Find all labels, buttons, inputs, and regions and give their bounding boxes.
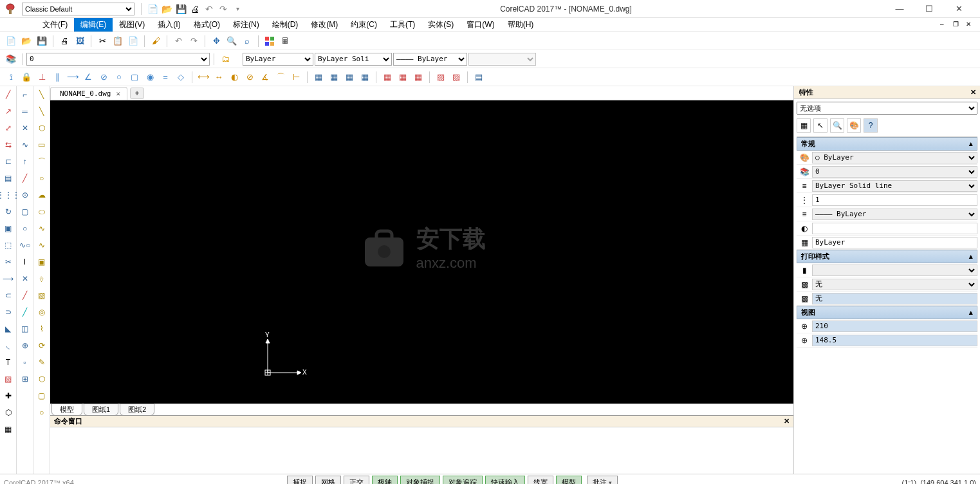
xline-icon[interactable]: ⤢: [1, 121, 15, 135]
menu-item-0[interactable]: 文件(F): [36, 18, 74, 32]
pline-icon[interactable]: ⌐: [18, 88, 32, 102]
offset-icon[interactable]: ⊏: [1, 154, 15, 169]
status-toggle-2[interactable]: 正交: [344, 476, 369, 484]
copy-icon[interactable]: 📋: [111, 34, 125, 48]
osnap-tangent-icon[interactable]: ⊘: [97, 70, 111, 84]
dashed-poly-icon[interactable]: ⬡: [35, 372, 49, 386]
osnap-horiz-icon[interactable]: ⟶: [66, 70, 80, 84]
rotate-icon[interactable]: ↻: [1, 205, 15, 219]
fillet-icon[interactable]: ◟: [1, 339, 15, 353]
join-icon[interactable]: ⊃: [1, 305, 15, 319]
props-value[interactable]: [812, 223, 977, 234]
cyan-diag-icon[interactable]: ╱: [18, 305, 32, 319]
zoom-in-icon[interactable]: 🔍: [225, 34, 239, 48]
sheet-tab-0[interactable]: 模型: [51, 404, 82, 416]
props-value[interactable]: ○ ByLayer: [812, 152, 977, 163]
print-icon[interactable]: 🖨: [189, 3, 201, 15]
props-value[interactable]: 0: [812, 166, 977, 178]
open-icon[interactable]: 📂: [161, 3, 172, 15]
new-icon[interactable]: 📄: [147, 3, 158, 15]
dc-del2-icon[interactable]: ▨: [449, 70, 463, 84]
sketch-ray-icon[interactable]: ╲: [35, 104, 49, 118]
ellipse-icon[interactable]: ⬭: [35, 205, 49, 219]
menu-item-4[interactable]: 格式(O): [187, 18, 227, 32]
mdi-restore[interactable]: ❐: [953, 21, 963, 30]
menu-item-6[interactable]: 绘制(D): [266, 18, 305, 32]
undo-icon[interactable]: ↶: [203, 3, 215, 15]
osnap-parallel-icon[interactable]: ∥: [50, 70, 64, 84]
mdi-close[interactable]: ✕: [966, 21, 976, 30]
print-file-icon[interactable]: 🖨: [57, 34, 71, 48]
point-icon[interactable]: ✚: [1, 389, 15, 403]
text-icon[interactable]: T: [1, 355, 15, 369]
dc-del1-icon[interactable]: ▨: [434, 70, 448, 84]
dc-hide3-icon[interactable]: ▦: [342, 70, 356, 84]
osnap-fix-icon[interactable]: ◇: [174, 70, 188, 84]
hatch-icon[interactable]: ▧: [1, 372, 15, 386]
paste-icon[interactable]: 📄: [126, 34, 140, 48]
slash-icon[interactable]: ╱: [18, 171, 32, 185]
document-tab[interactable]: NONAME_0.dwg ✕: [50, 87, 127, 100]
status-toggle-4[interactable]: 对象捕捉: [400, 476, 440, 484]
props-value[interactable]: ByLayer Solid line: [812, 180, 977, 192]
array-pts-icon[interactable]: ⋮⋮⋮: [1, 188, 15, 202]
array-rect-icon[interactable]: ▤: [1, 171, 15, 185]
menu-item-3[interactable]: 插入(I): [151, 18, 187, 32]
pencil-icon[interactable]: ✎: [35, 355, 49, 369]
prop-toggle-pim-icon[interactable]: ▦: [797, 118, 811, 133]
tab-close-icon[interactable]: ✕: [116, 89, 120, 98]
props-section-header[interactable]: 打印样式▴: [797, 250, 977, 263]
menu-item-8[interactable]: 约束(C): [344, 18, 384, 32]
osnap-perp-icon[interactable]: ⊥: [35, 70, 49, 84]
spline-icon[interactable]: ∿: [18, 138, 32, 152]
color-combo[interactable]: ByLayer: [243, 53, 313, 66]
status-toggle-1[interactable]: 网格: [315, 476, 341, 484]
linetype-combo[interactable]: ByLayer Soli: [315, 53, 392, 66]
workspace-select[interactable]: Classic Default: [22, 3, 134, 15]
dim-linear-icon[interactable]: ⟷: [196, 70, 210, 84]
table-icon[interactable]: ▦: [1, 422, 15, 436]
donut-icon[interactable]: ◎: [35, 305, 49, 319]
selection-filter-combo[interactable]: 无选项: [797, 102, 977, 115]
circle-tool-icon[interactable]: ○: [18, 221, 32, 236]
crossline-icon[interactable]: ✕: [18, 121, 32, 135]
dc-show2-icon[interactable]: ▦: [396, 70, 410, 84]
menu-item-9[interactable]: 工具(T): [384, 18, 421, 32]
trim-icon[interactable]: ✂: [1, 255, 15, 269]
stretch-icon[interactable]: ⬚: [1, 238, 15, 252]
layer-previous-icon[interactable]: 🗂: [218, 52, 232, 66]
osnap-angle-icon[interactable]: ∠: [81, 70, 95, 84]
entity-handle-icon[interactable]: ◫: [18, 322, 32, 336]
menu-item-11[interactable]: 窗口(W): [460, 18, 501, 32]
command-input-area[interactable]: [50, 427, 793, 474]
props-value[interactable]: 无: [812, 279, 977, 290]
rectangle-icon[interactable]: ▭: [35, 138, 49, 152]
mdi-minimize[interactable]: –: [940, 21, 950, 30]
print-preview-icon[interactable]: 🖼: [73, 34, 87, 48]
new-tab-button[interactable]: +: [130, 88, 144, 99]
insert-icon[interactable]: ⎀: [35, 272, 49, 286]
sketch-line-icon[interactable]: ╲: [35, 88, 49, 102]
dc-show3-icon[interactable]: ▦: [411, 70, 425, 84]
ellipse-spline-icon[interactable]: ∿○: [18, 238, 32, 252]
group-icon[interactable]: ⊞: [18, 372, 32, 386]
dashed-box-icon[interactable]: ▢: [35, 389, 49, 403]
props-value[interactable]: ———— ByLayer: [812, 209, 977, 220]
calculator-icon[interactable]: 🖩: [278, 34, 292, 48]
wipeout-icon[interactable]: ▧: [35, 288, 49, 302]
props-section-header[interactable]: 常规▴: [797, 137, 977, 151]
prop-filter-icon[interactable]: 🔍: [830, 118, 844, 133]
properties-close-icon[interactable]: ✕: [970, 88, 976, 97]
break-icon[interactable]: ⊂: [1, 288, 15, 302]
line-icon[interactable]: ╱: [1, 88, 15, 102]
dc-hide1-icon[interactable]: ▦: [311, 70, 326, 84]
props-value[interactable]: [812, 237, 977, 248]
undo2-icon[interactable]: ↶: [171, 34, 185, 48]
scale-icon[interactable]: ▣: [1, 221, 15, 236]
props-value[interactable]: [812, 321, 977, 332]
region-icon[interactable]: ⬡: [1, 405, 15, 420]
menu-item-1[interactable]: 编辑(E): [74, 18, 113, 32]
close-button[interactable]: ✕: [948, 4, 970, 14]
cut-icon[interactable]: ✂: [95, 34, 109, 48]
drawing-canvas[interactable]: 安下载 anxz.com X Y: [50, 100, 793, 404]
